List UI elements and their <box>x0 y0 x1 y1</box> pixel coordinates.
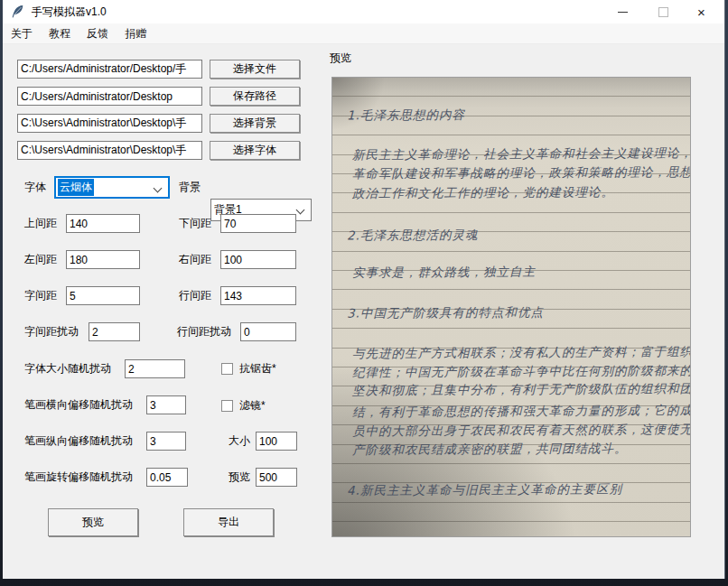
minimize-button[interactable] <box>602 0 643 23</box>
minimize-icon <box>618 12 628 13</box>
handwriting-paper: 1.毛泽东思想的内容 新民主主义革命理论，社会主义革命和社会主义建设理论， 革命… <box>332 78 690 536</box>
stroke-vertical-jitter-input[interactable] <box>146 432 186 451</box>
maximize-icon <box>658 7 668 17</box>
background-path-input[interactable] <box>17 114 202 133</box>
export-button[interactable]: 导出 <box>183 508 274 536</box>
app-window: 手写模拟器v1.0 × 关于 教程 反馈 捐赠 选择文件 保存路径 选择背景 选… <box>3 0 725 579</box>
chevron-down-icon <box>154 184 163 193</box>
chevron-down-icon <box>296 206 305 215</box>
close-button[interactable]: × <box>681 0 722 23</box>
line-spacing-input[interactable] <box>220 286 296 305</box>
bottom-margin-label: 下间距 <box>179 214 211 233</box>
handwriting-line: 1.毛泽东思想的内容 <box>347 107 465 125</box>
file-path-input[interactable] <box>17 60 202 79</box>
handwriting-line: 3.中国无产阶级具有的特点和优点 <box>347 304 544 321</box>
feather-icon <box>10 5 24 19</box>
handwriting-line: 纪律性；中国无产阶级在革命斗争中比任何别的阶级都来的 <box>352 363 690 381</box>
top-margin-label: 上间距 <box>24 214 57 233</box>
window-title: 手写模拟器v1.0 <box>32 5 107 20</box>
handwriting-line: 与先进的生产方式相联系；没有私人的生产资料；富于组织 <box>352 344 690 362</box>
char-spacing-jitter-input[interactable] <box>89 322 140 341</box>
save-path-button[interactable]: 保存路径 <box>210 87 300 106</box>
stroke-horizontal-jitter-input[interactable] <box>146 395 186 414</box>
handwriting-line: 新民主主义革命理论，社会主义革命和社会主义建设理论， <box>352 145 690 163</box>
preview-button[interactable]: 预览 <box>48 508 138 536</box>
menu-donate[interactable]: 捐赠 <box>117 23 154 43</box>
stroke-rotation-jitter-input[interactable] <box>146 468 188 487</box>
font-select-value: 云烟体 <box>58 179 94 196</box>
menu-bar: 关于 教程 反馈 捐赠 <box>3 23 724 44</box>
bottom-margin-input[interactable] <box>220 214 296 233</box>
handwriting-line: 4.新民主主义革命与旧民主主义革命的主要区别 <box>347 481 622 499</box>
handwriting-line: 坚决和彻底；且集中分布，有利于无产阶级队伍的组织和团 <box>352 381 690 399</box>
menu-feedback[interactable]: 反馈 <box>79 23 117 43</box>
choose-background-button[interactable]: 选择背景 <box>210 114 300 133</box>
font-select[interactable]: 云烟体 <box>54 176 170 199</box>
handwriting-line: 革命军队建设和军事战略的理论，政策和策略的理论，思想 <box>352 164 690 182</box>
stroke-horizontal-jitter-label: 笔画横向偏移随机扰动 <box>24 395 133 414</box>
menu-tutorial[interactable]: 教程 <box>41 23 79 43</box>
preview-size-label: 预览 <box>229 468 250 487</box>
line-spacing-jitter-input[interactable] <box>240 322 296 341</box>
font-path-input[interactable] <box>17 141 202 160</box>
line-spacing-jitter-label: 行间距扰动 <box>177 322 231 341</box>
choose-file-button[interactable]: 选择文件 <box>210 60 300 79</box>
antialias-checkbox-label: 抗锯齿* <box>239 359 276 378</box>
filter-checkbox-label: 滤镜* <box>239 396 266 415</box>
left-margin-label: 左间距 <box>24 250 57 269</box>
handwriting-line: 2.毛泽东思想活的灵魂 <box>347 228 478 245</box>
save-path-input[interactable] <box>17 87 202 106</box>
menu-about[interactable]: 关于 <box>3 23 41 43</box>
filter-checkbox[interactable] <box>221 400 233 412</box>
title-bar[interactable]: 手写模拟器v1.0 × <box>3 0 724 23</box>
char-spacing-label: 字间距 <box>24 286 57 305</box>
handwriting-line: 实事求是，群众路线，独立自主 <box>352 264 536 281</box>
maximize-button[interactable] <box>643 0 684 23</box>
line-spacing-label: 行间距 <box>179 286 211 305</box>
top-margin-input[interactable] <box>66 214 140 233</box>
handwriting-line: 结，有利于革命思想的传播和强大革命力量的形成；它的成 <box>352 403 690 421</box>
preview-image: 1.毛泽东思想的内容 新民主主义革命理论，社会主义革命和社会主义建设理论， 革命… <box>331 77 691 537</box>
handwriting-line: 员中的大部分出身于农民和农民有着天然的联系，这便使无 <box>352 422 690 440</box>
font-select-label: 字体 <box>24 178 46 197</box>
right-margin-input[interactable] <box>220 250 296 269</box>
preview-pane-label: 预览 <box>330 49 351 68</box>
choose-font-button[interactable]: 选择字体 <box>210 141 300 160</box>
char-spacing-input[interactable] <box>66 286 140 305</box>
handwriting-line: 产阶级和农民结成亲密的联盟，共同团结战斗。 <box>352 441 628 459</box>
antialias-checkbox[interactable] <box>221 363 233 375</box>
stroke-rotation-jitter-label: 笔画旋转偏移随机扰动 <box>24 468 133 487</box>
size-input[interactable] <box>256 432 297 451</box>
background-select-label: 背景 <box>179 178 201 197</box>
right-margin-label: 右间距 <box>179 250 211 269</box>
preview-size-input[interactable] <box>256 468 297 487</box>
size-label: 大小 <box>229 432 250 451</box>
handwriting-line: 政治工作和文化工作的理论，党的建设理论。 <box>352 184 614 202</box>
stroke-vertical-jitter-label: 笔画纵向偏移随机扰动 <box>24 432 133 451</box>
font-size-jitter-label: 字体大小随机扰动 <box>24 359 111 378</box>
char-spacing-jitter-label: 字间距扰动 <box>24 322 79 341</box>
font-size-jitter-input[interactable] <box>125 359 185 378</box>
left-margin-input[interactable] <box>66 250 140 269</box>
